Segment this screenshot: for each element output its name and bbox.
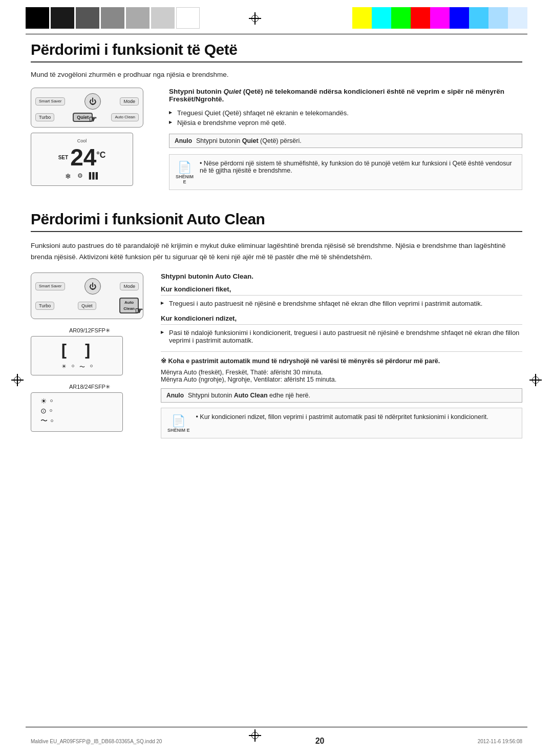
display-cool-label: Cool [36, 138, 127, 143]
fan-wave-icon: 〜 [79, 363, 85, 371]
display-ar09: [ ] ☀ 〜 [31, 336, 123, 375]
display-mini-row2: ⊙ [35, 407, 118, 415]
fiket-bullet-1: Treguesi i auto pastruesit në njësinë e … [161, 300, 522, 307]
remote-control-mockup-2: Smart Saver ⏻ Mode Turbo Quiet AutoClean… [31, 272, 143, 319]
remote2-autoclean-btn: AutoClean ☞ [119, 298, 139, 313]
quiet-bullet-list: Treguesi Quiet (Qetë) shfaqet në ekranin… [169, 109, 522, 127]
gray-light-swatch [126, 7, 150, 29]
reg-mark-right [529, 374, 542, 386]
timer-icon-mini: ⊙ [40, 407, 47, 415]
remote-bottom-row: Turbo Quiet ☞ Auto Clean [35, 113, 139, 122]
section-autoclean-desc: Funksioni auto pastrues do të parandaloj… [31, 240, 522, 262]
remote2-smart-saver-btn: Smart Saver [35, 282, 65, 290]
display-mockup-1: Cool SET 24 °C ❄ ⚙ ▌▌▌ [31, 133, 133, 186]
quiet-note-text: Shtypni butonin Quiet (Qetë) përsëri. [196, 137, 302, 144]
remote2-power-btn: ⏻ [84, 278, 101, 295]
section-quiet-right: Shtypni butonin Quiet (Qetë) në telekoma… [169, 88, 522, 190]
finger-icon: ☞ [89, 114, 97, 125]
model2-label: AR18/24FSFP✳ [31, 384, 148, 390]
display-snowflake-icon: ❄ [65, 172, 71, 180]
remote-top-row: Smart Saver ⏻ Mode [35, 93, 139, 110]
section-quiet-instruction: Shtypni butonin Quiet (Qetë) në telekoma… [169, 88, 522, 103]
pale-blue-swatch [488, 7, 508, 29]
dot-icon [72, 365, 74, 367]
section-quiet: Përdorimi i funksionit të Qetë Mund të z… [31, 41, 522, 190]
time-line-1: Mënyra Auto (freskët), Freskët, Thatë: a… [161, 369, 522, 376]
section-autoclean-divider [31, 231, 522, 232]
instruction-bold: Shtypni butonin Quiet (Qetë) në telekoma… [169, 88, 504, 103]
quiet-note-box: Anulo Shtypni butonin Quiet (Qetë) përsë… [169, 134, 522, 148]
gray-mid-swatch [101, 7, 124, 29]
quiet-notice-text: • Nëse përdorni një sistem të shumëfisht… [200, 160, 516, 174]
cyan-swatch [372, 7, 391, 29]
remote-autoclean-btn: Auto Clean [111, 113, 139, 121]
yellow-swatch [352, 7, 372, 29]
autoclean-instruction-head: Shtypni butonin Auto Clean. [161, 272, 522, 280]
autoclean-notice-box: 📄 SHËNIM E • Kur kondicioneri ndizet, fi… [161, 408, 522, 438]
sun-icon-mini: ☀ [40, 397, 47, 405]
dot-icon2 [90, 365, 93, 367]
remote-smart-saver-btn: Smart Saver [35, 97, 65, 106]
black-swatch [26, 7, 49, 29]
display-ar18: ☀ ⊙ 〜 [31, 392, 123, 432]
autoclean-note-box: Anulo Shtypni butonin Auto Clean edhe nj… [161, 388, 522, 403]
notice2-label: SHËNIM E [167, 428, 190, 433]
notice-doc-icon: 📄 [178, 161, 192, 174]
ndizet-bullets: Pasi të ndalojë funksionimi i kondicione… [161, 329, 522, 344]
page-content: Përdorimi i funksionit të Qetë Mund të z… [0, 0, 553, 469]
display-mini-row3: 〜 [35, 416, 118, 426]
fiket-bullets: Treguesi i auto pastruesit në njësinë e … [161, 300, 522, 307]
section-quiet-left: Smart Saver ⏻ Mode Turbo Quiet ☞ Auto Cl… [31, 88, 154, 190]
display-mini-row1: ☀ [35, 397, 118, 405]
quiet-bullet-1: Treguesi Quiet (Qetë) shfaqet në ekranin… [169, 109, 522, 117]
ndizet-bullet-1: Pasi të ndalojë funksionimi i kondicione… [161, 329, 522, 344]
page-number: 20 [315, 737, 325, 746]
footer-timestamp: 2012-11-6 19:56:08 [478, 739, 522, 744]
display-ar09-icons: ☀ 〜 [61, 363, 93, 371]
autoclean-right: Shtypni butonin Auto Clean. Kur kondicio… [161, 272, 522, 438]
wave-icon-mini: 〜 [40, 416, 48, 426]
light-swatch [151, 7, 175, 29]
remote2-turbo-btn: Turbo [35, 302, 54, 310]
light-blue-swatch [469, 7, 488, 29]
white-swatch [176, 7, 200, 29]
notice-label: SHËNIM E [176, 174, 194, 184]
color-swatches-top [352, 7, 527, 29]
quiet-bullet-2: Njësia e brendshme vepron më qetë. [169, 119, 522, 127]
remote-control-mockup-1: Smart Saver ⏻ Mode Turbo Quiet ☞ Auto Cl… [31, 88, 143, 128]
section-quiet-subtitle: Mund të zvogëloni zhurmën e prodhuar nga… [31, 71, 522, 78]
remote2-mode-btn: Mode [120, 282, 139, 290]
sun-icon: ☀ [61, 363, 67, 371]
magenta-swatch [430, 7, 450, 29]
remote-quiet-btn: Quiet ☞ [73, 113, 93, 122]
mini-dot2 [50, 409, 52, 412]
autoclean-left: Smart Saver ⏻ Mode Turbo Quiet AutoClean… [31, 272, 148, 438]
subsection-ndizet-title: Kur kondicioneri ndizet, [161, 314, 522, 325]
green-swatch [391, 7, 411, 29]
dark-swatch [51, 7, 74, 29]
gray-dark-swatch [76, 7, 99, 29]
display-set-label: SET [58, 155, 68, 160]
display-icons-row: ❄ ⚙ ▌▌▌ [36, 172, 127, 180]
mini-dot1 [50, 400, 53, 402]
red-swatch [411, 7, 430, 29]
section-autoclean: Përdorimi i funksionit Auto Clean Funksi… [31, 211, 522, 438]
section-quiet-title: Përdorimi i funksionit të Qetë [31, 41, 522, 58]
display-temp-num: 24 [70, 145, 96, 169]
notice2-icon-col: 📄 SHËNIM E [167, 413, 190, 433]
remote2-bottom-row: Turbo Quiet AutoClean ☞ [35, 298, 139, 313]
very-pale-blue-swatch [508, 7, 527, 29]
section-autoclean-title: Përdorimi i funksionit Auto Clean [31, 211, 522, 228]
finger-icon-2: ☞ [135, 305, 143, 317]
quiet-notice-box: 📄 SHËNIM E • Nëse përdorni një sistem të… [169, 154, 522, 190]
display-temp-row: SET 24 °C [36, 145, 127, 169]
display-deg-unit: °C [96, 151, 105, 160]
notice-icon-col: 📄 SHËNIM E [176, 160, 194, 184]
notice2-doc-icon: 📄 [172, 414, 185, 428]
black-squares-top [26, 7, 200, 29]
blue-swatch [450, 7, 469, 29]
remote-mode-btn: Mode [120, 97, 139, 106]
display-fan-icon: ⚙ [77, 172, 83, 180]
reg-mark-top-center [249, 12, 261, 25]
time-line-2: Mënyra Auto (ngrohje), Ngrohje, Ventilat… [161, 376, 522, 383]
